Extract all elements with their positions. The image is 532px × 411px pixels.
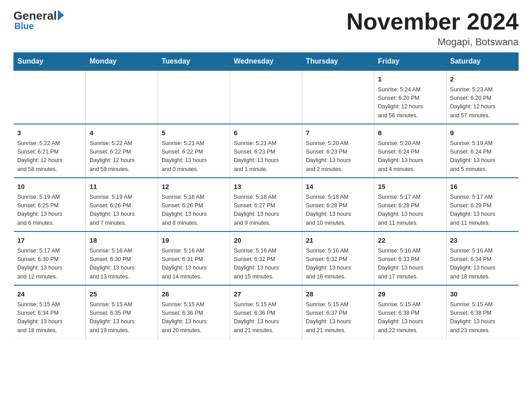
day-number: 17	[17, 235, 82, 246]
weekday-header: Sunday	[14, 53, 86, 71]
day-info: Sunrise: 5:18 AMSunset: 6:26 PMDaylight:…	[162, 193, 226, 228]
calendar-cell	[158, 70, 230, 124]
calendar-cell: 2Sunrise: 5:23 AMSunset: 6:20 PMDaylight…	[446, 70, 519, 124]
day-info: Sunrise: 5:15 AMSunset: 6:37 PMDaylight:…	[306, 300, 370, 335]
day-info: Sunrise: 5:16 AMSunset: 6:30 PMDaylight:…	[90, 247, 154, 282]
day-number: 8	[378, 128, 442, 138]
day-number: 27	[234, 289, 298, 300]
calendar-cell	[302, 70, 374, 124]
day-info: Sunrise: 5:16 AMSunset: 6:34 PMDaylight:…	[450, 247, 515, 282]
calendar-week-row: 1Sunrise: 5:24 AMSunset: 6:20 PMDaylight…	[14, 70, 519, 124]
calendar-week-row: 17Sunrise: 5:17 AMSunset: 6:30 PMDayligh…	[14, 231, 519, 285]
day-number: 10	[17, 182, 82, 192]
day-info: Sunrise: 5:15 AMSunset: 6:38 PMDaylight:…	[450, 300, 515, 335]
weekday-header: Friday	[374, 53, 446, 71]
day-number: 2	[450, 74, 515, 85]
day-number: 3	[17, 128, 82, 138]
day-info: Sunrise: 5:17 AMSunset: 6:28 PMDaylight:…	[378, 193, 442, 228]
day-info: Sunrise: 5:15 AMSunset: 6:34 PMDaylight:…	[17, 300, 82, 335]
calendar-cell: 4Sunrise: 5:22 AMSunset: 6:22 PMDaylight…	[86, 124, 158, 178]
day-info: Sunrise: 5:15 AMSunset: 6:36 PMDaylight:…	[162, 300, 226, 335]
day-number: 5	[162, 128, 226, 138]
day-info: Sunrise: 5:22 AMSunset: 6:22 PMDaylight:…	[90, 139, 154, 174]
day-info: Sunrise: 5:21 AMSunset: 6:22 PMDaylight:…	[162, 139, 226, 174]
day-number: 1	[378, 74, 442, 85]
day-number: 6	[234, 128, 298, 138]
day-number: 12	[162, 182, 226, 192]
calendar-cell	[230, 70, 302, 124]
day-info: Sunrise: 5:24 AMSunset: 6:20 PMDaylight:…	[378, 86, 442, 120]
calendar-cell: 6Sunrise: 5:21 AMSunset: 6:23 PMDaylight…	[230, 124, 302, 178]
day-number: 16	[450, 182, 515, 192]
calendar-cell: 1Sunrise: 5:24 AMSunset: 6:20 PMDaylight…	[374, 70, 446, 124]
day-number: 22	[378, 235, 442, 246]
logo-arrow-icon	[58, 10, 64, 21]
logo-blue-text: Blue	[14, 21, 34, 31]
calendar-cell: 14Sunrise: 5:18 AMSunset: 6:28 PMDayligh…	[302, 178, 374, 231]
day-info: Sunrise: 5:18 AMSunset: 6:27 PMDaylight:…	[234, 193, 298, 228]
day-info: Sunrise: 5:17 AMSunset: 6:29 PMDaylight:…	[450, 193, 515, 228]
calendar-cell: 21Sunrise: 5:16 AMSunset: 6:32 PMDayligh…	[302, 231, 374, 285]
calendar-cell: 27Sunrise: 5:15 AMSunset: 6:36 PMDayligh…	[230, 285, 302, 339]
day-info: Sunrise: 5:16 AMSunset: 6:33 PMDaylight:…	[378, 247, 442, 282]
day-info: Sunrise: 5:23 AMSunset: 6:20 PMDaylight:…	[450, 86, 515, 120]
calendar-cell: 16Sunrise: 5:17 AMSunset: 6:29 PMDayligh…	[446, 178, 519, 231]
calendar-title: November 2024	[347, 9, 519, 34]
logo: General Blue	[13, 9, 64, 31]
day-info: Sunrise: 5:16 AMSunset: 6:31 PMDaylight:…	[162, 247, 226, 282]
calendar-cell: 11Sunrise: 5:19 AMSunset: 6:26 PMDayligh…	[86, 178, 158, 231]
day-info: Sunrise: 5:22 AMSunset: 6:21 PMDaylight:…	[17, 139, 82, 174]
day-number: 21	[306, 235, 370, 246]
day-number: 7	[306, 128, 370, 138]
title-block: November 2024 Mogapi, Botswana	[347, 9, 519, 48]
day-info: Sunrise: 5:19 AMSunset: 6:26 PMDaylight:…	[90, 193, 154, 228]
calendar-cell: 24Sunrise: 5:15 AMSunset: 6:34 PMDayligh…	[14, 285, 86, 339]
day-number: 26	[162, 289, 226, 300]
day-info: Sunrise: 5:19 AMSunset: 6:25 PMDaylight:…	[17, 193, 82, 228]
weekday-header: Thursday	[302, 53, 374, 71]
day-number: 14	[306, 182, 370, 192]
day-number: 25	[90, 289, 154, 300]
day-number: 29	[378, 289, 442, 300]
day-number: 30	[450, 289, 515, 300]
calendar-cell: 5Sunrise: 5:21 AMSunset: 6:22 PMDaylight…	[158, 124, 230, 178]
day-info: Sunrise: 5:20 AMSunset: 6:24 PMDaylight:…	[378, 139, 442, 174]
day-info: Sunrise: 5:16 AMSunset: 6:32 PMDaylight:…	[306, 247, 370, 282]
calendar-cell: 19Sunrise: 5:16 AMSunset: 6:31 PMDayligh…	[158, 231, 230, 285]
calendar-cell: 26Sunrise: 5:15 AMSunset: 6:36 PMDayligh…	[158, 285, 230, 339]
weekday-header: Monday	[86, 53, 158, 71]
calendar-table: SundayMondayTuesdayWednesdayThursdayFrid…	[13, 52, 519, 339]
calendar-cell: 9Sunrise: 5:19 AMSunset: 6:24 PMDaylight…	[446, 124, 519, 178]
day-info: Sunrise: 5:19 AMSunset: 6:24 PMDaylight:…	[450, 139, 515, 174]
day-number: 24	[17, 289, 82, 300]
day-info: Sunrise: 5:21 AMSunset: 6:23 PMDaylight:…	[234, 139, 298, 174]
day-info: Sunrise: 5:16 AMSunset: 6:32 PMDaylight:…	[234, 247, 298, 282]
day-number: 15	[378, 182, 442, 192]
calendar-location: Mogapi, Botswana	[347, 36, 519, 48]
calendar-week-row: 24Sunrise: 5:15 AMSunset: 6:34 PMDayligh…	[14, 285, 519, 339]
day-info: Sunrise: 5:18 AMSunset: 6:28 PMDaylight:…	[306, 193, 370, 228]
calendar-cell: 17Sunrise: 5:17 AMSunset: 6:30 PMDayligh…	[14, 231, 86, 285]
day-number: 19	[162, 235, 226, 246]
weekday-header: Wednesday	[230, 53, 302, 71]
day-info: Sunrise: 5:20 AMSunset: 6:23 PMDaylight:…	[306, 139, 370, 174]
day-info: Sunrise: 5:15 AMSunset: 6:35 PMDaylight:…	[90, 300, 154, 335]
calendar-cell: 30Sunrise: 5:15 AMSunset: 6:38 PMDayligh…	[446, 285, 519, 339]
calendar-cell: 20Sunrise: 5:16 AMSunset: 6:32 PMDayligh…	[230, 231, 302, 285]
day-number: 4	[90, 128, 154, 138]
calendar-cell: 8Sunrise: 5:20 AMSunset: 6:24 PMDaylight…	[374, 124, 446, 178]
day-number: 11	[90, 182, 154, 192]
calendar-cell	[14, 70, 86, 124]
calendar-cell: 25Sunrise: 5:15 AMSunset: 6:35 PMDayligh…	[86, 285, 158, 339]
calendar-cell: 12Sunrise: 5:18 AMSunset: 6:26 PMDayligh…	[158, 178, 230, 231]
day-info: Sunrise: 5:15 AMSunset: 6:38 PMDaylight:…	[378, 300, 442, 335]
calendar-cell: 22Sunrise: 5:16 AMSunset: 6:33 PMDayligh…	[374, 231, 446, 285]
weekday-header: Saturday	[446, 53, 519, 71]
page-header: General Blue November 2024 Mogapi, Botsw…	[13, 9, 519, 48]
day-number: 28	[306, 289, 370, 300]
calendar-week-row: 3Sunrise: 5:22 AMSunset: 6:21 PMDaylight…	[14, 124, 519, 178]
day-number: 23	[450, 235, 515, 246]
calendar-cell: 15Sunrise: 5:17 AMSunset: 6:28 PMDayligh…	[374, 178, 446, 231]
calendar-cell: 7Sunrise: 5:20 AMSunset: 6:23 PMDaylight…	[302, 124, 374, 178]
calendar-cell: 28Sunrise: 5:15 AMSunset: 6:37 PMDayligh…	[302, 285, 374, 339]
